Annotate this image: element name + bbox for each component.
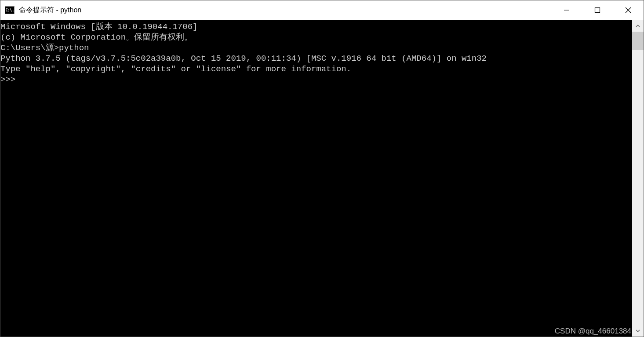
minimize-button[interactable]	[551, 0, 582, 20]
console-output[interactable]: Microsoft Windows [版本 10.0.19044.1706](c…	[0, 20, 632, 337]
cmd-icon-text: C:\.	[5, 8, 14, 12]
window-controls	[551, 0, 644, 20]
maximize-button[interactable]	[582, 0, 613, 20]
console-area: Microsoft Windows [版本 10.0.19044.1706](c…	[0, 20, 644, 337]
scroll-up-button[interactable]	[632, 20, 644, 32]
close-icon	[625, 7, 631, 13]
console-line: Python 3.7.5 (tags/v3.7.5:5c02a39a0b, Oc…	[0, 53, 632, 64]
scroll-down-button[interactable]	[632, 325, 644, 337]
vertical-scrollbar[interactable]	[632, 20, 644, 337]
cmd-window: C:\. 命令提示符 - python Microsoft Windows [版…	[0, 0, 644, 337]
console-line: Type "help", "copyright", "credits" or "…	[0, 64, 632, 74]
svg-rect-1	[595, 8, 600, 13]
scroll-thumb[interactable]	[632, 32, 644, 50]
window-title: 命令提示符 - python	[19, 0, 81, 20]
titlebar[interactable]: C:\. 命令提示符 - python	[0, 0, 644, 20]
title-left: C:\. 命令提示符 - python	[0, 0, 81, 20]
console-line: C:\Users\源>python	[0, 43, 632, 53]
chevron-down-icon	[635, 328, 640, 333]
console-line: (c) Microsoft Corporation。保留所有权利。	[0, 32, 632, 43]
console-line: >>>	[0, 74, 632, 85]
cmd-icon: C:\.	[5, 6, 15, 14]
maximize-icon	[594, 7, 600, 13]
close-button[interactable]	[613, 0, 644, 20]
minimize-icon	[564, 7, 570, 13]
chevron-up-icon	[635, 23, 640, 29]
console-line: Microsoft Windows [版本 10.0.19044.1706]	[0, 22, 632, 32]
